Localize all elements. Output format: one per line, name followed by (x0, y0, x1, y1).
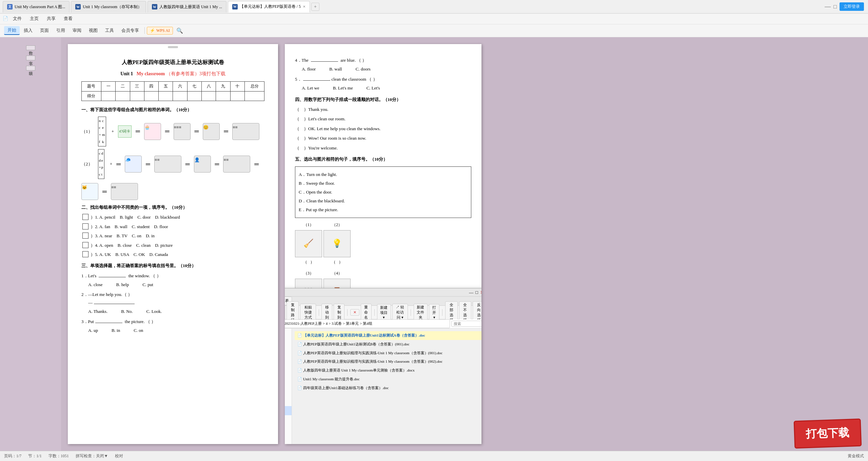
minimize-icon[interactable]: — (825, 3, 831, 10)
fm-file-2[interactable]: 📄 人教PEP版英语四年级上册Unit1达标测试B卷（含答案）(001).doc (295, 340, 481, 349)
score-header-6: 六 (173, 81, 187, 91)
subtitle-unit: Unit 1 (120, 71, 133, 76)
maximize-icon[interactable]: □ (833, 4, 837, 10)
tab-2[interactable]: W Unit 1 My classroom（存写本制） (71, 1, 146, 13)
fm-file-6[interactable]: 📄 Unit1 My classroom 能力提升卷.doc (295, 375, 481, 384)
fm-btn-shortcut[interactable]: 粘贴快捷方式 (300, 304, 316, 321)
fm-btn-rename[interactable]: 重命名 (361, 304, 372, 321)
s3-q3-text: 3．Put the picture. （ ） (81, 318, 264, 325)
tab-1-icon: 文 (7, 4, 13, 9)
fm-tree-pic[interactable]: 📁 图片 (285, 368, 292, 378)
fm-tree-music[interactable]: 📁 音乐 (285, 397, 292, 406)
fm-file-7[interactable]: 📄 四年级英语上册Unit1基础达标练习卷（含答案）.doc (295, 384, 481, 393)
wps-ai-button[interactable]: ⚡ WPS AI (147, 27, 173, 35)
login-button[interactable]: 立即登录 (840, 2, 864, 11)
sidebar-label-fenshu[interactable]: 分数 (26, 45, 35, 50)
fm-tree-recent[interactable]: 📁 最新2期末试卷 (285, 331, 292, 341)
fm-search-input[interactable] (451, 321, 481, 327)
fm-btn-new[interactable]: 新建文件夹 (414, 304, 428, 321)
s3-q1-blank[interactable] (99, 277, 126, 277)
fm-tree-down[interactable]: 📁 下载 (285, 387, 292, 397)
fm-tree-3d[interactable]: 📁 3D 对象 (285, 350, 292, 359)
fm-close[interactable]: ✕ (480, 288, 481, 296)
score-row-label: 得分 (82, 91, 101, 101)
s2-q5-paren[interactable] (82, 251, 88, 257)
score-cell-total[interactable] (245, 91, 264, 101)
ribbon-tools[interactable]: 工具 (102, 26, 117, 35)
fm-nav-path[interactable]: 此电脑 (E:) > 0.0001-20231021-人教PEP上册 > 4 >… (285, 319, 450, 328)
fm-btn-easyaccess[interactable]: ↗ 轻松访问 ▾ (392, 304, 408, 321)
menu-home[interactable]: 主页 (26, 15, 42, 23)
fm-file-4[interactable]: 📄 人教PEP英语四年级上册知识梳理与实践演练-Unit 1 My classr… (295, 357, 481, 366)
ribbon-start[interactable]: 开始 (4, 26, 20, 35)
score-cell-5[interactable] (159, 91, 173, 101)
s3-q5-blank[interactable] (303, 80, 330, 81)
tab-1[interactable]: 文 Unit My classroom Part A 图... (3, 1, 70, 13)
search-icon[interactable]: 🔍 (174, 27, 186, 34)
fm-tree-d[interactable]: 💾 工作盘 (D:) (285, 425, 292, 434)
fm-btn-newitem[interactable]: 新建项目 ▾ (377, 304, 391, 321)
fm-maximize[interactable]: □ (475, 288, 478, 296)
s3-q3-blank[interactable] (95, 323, 122, 323)
s2-q4-line: ）4. A. open B. close C. clean D. picture (81, 241, 264, 249)
s2-q1-paren[interactable] (82, 214, 88, 220)
fm-btn-copyto[interactable]: 复制到 (334, 304, 344, 321)
fm-tree-c[interactable]: 💾 本地磁盘 (C:) (285, 415, 292, 425)
s2-q4-paren[interactable] (82, 242, 88, 248)
download-banner[interactable]: 打包下载 (794, 419, 862, 449)
score-cell-9[interactable] (216, 91, 230, 101)
section1-title: 一、将下面这些字母组合成与图片相符的单词。（10分） (81, 106, 264, 114)
s2-q2-paren[interactable] (82, 223, 88, 229)
fm-window-controls: — □ ✕ (469, 288, 481, 296)
add-tab-button[interactable]: + (311, 3, 319, 11)
fm-file-3[interactable]: 📄 人教PEP英语四年级上册知识梳理与实践演练-Unit 1 My classr… (295, 349, 481, 358)
fm-tree-pc[interactable]: 🖥 此电脑 (285, 341, 292, 350)
ribbon-view[interactable]: 视图 (85, 26, 101, 35)
ribbon-review[interactable]: 审阅 (69, 26, 85, 35)
s3-q1-c: C. put (142, 281, 153, 288)
s3-q5-a: A. Let we (302, 84, 319, 92)
fm-file-1[interactable]: 📄 【单元达标】人教PEP版英语四年级上册Unit1达标测试A卷（含答案）.do… (295, 331, 481, 340)
s2-q2-opts: A. fan B. wall C. student D. floor (99, 224, 168, 229)
score-cell-10[interactable] (230, 91, 244, 101)
menu-file[interactable]: 文件 (9, 15, 25, 23)
ribbon-insert[interactable]: 插入 (20, 26, 36, 35)
q1-icon-btn[interactable]: 🏷词卡 (118, 125, 132, 138)
fm-tree-video[interactable]: 📁 视频 (285, 359, 292, 369)
score-cell-8[interactable] (202, 91, 216, 101)
score-cell-2[interactable] (116, 91, 130, 101)
fm-tree-desktop[interactable]: 📁 桌面 (285, 406, 292, 416)
tab-4-close[interactable]: ✕ (303, 5, 305, 8)
fm-btn-cut[interactable]: ✂ 剪切 (285, 304, 285, 321)
ribbon-vip[interactable]: 会员专享 (118, 26, 142, 35)
score-cell-3[interactable] (130, 91, 144, 101)
tab-4[interactable]: W 【单元达标】人教PEP版英语卷 / 5 ✕ (228, 1, 310, 13)
score-cell-6[interactable] (173, 91, 187, 101)
fm-btn-delete[interactable]: ✕ (350, 309, 359, 316)
sidebar-label-banji[interactable]: 班级 (26, 66, 35, 71)
score-cell-4[interactable] (144, 91, 158, 101)
s2-q3-paren[interactable] (82, 233, 88, 239)
fm-tree-doc[interactable]: 📁 文档 (285, 378, 292, 387)
s3-q2-blank[interactable] (94, 304, 135, 304)
score-cell-1[interactable] (101, 91, 115, 101)
score-table: 题号 一 二 三 四 五 六 七 八 九 十 总分 得分 (81, 81, 264, 101)
s5-img1-num: （1） (303, 221, 314, 229)
fm-tree-e[interactable]: 💾 本地磁盘 (E:) (285, 434, 292, 444)
menu-view[interactable]: 查看 (60, 15, 76, 23)
q1-img-wide: ≡≡ (232, 123, 259, 140)
fm-nav: ← → ↑ 此电脑 (E:) > 0.0001-20231021-人教PEP上册… (285, 319, 481, 328)
ribbon-page[interactable]: 页面 (37, 26, 52, 35)
s3-q4-blank[interactable] (311, 61, 338, 62)
sidebar-label-mingzi[interactable]: 名字 (26, 56, 35, 60)
tab-3[interactable]: W 人教版四年级上册英语 Unit 1 My ... (147, 1, 226, 13)
menu-share[interactable]: 共享 (43, 15, 59, 23)
fm-minimize[interactable]: — (469, 288, 473, 296)
fm-file-5[interactable]: 📄 人教版四年级上册英语 Unit 1 My classroom单元测验（含答案… (295, 366, 481, 375)
fm-file-1-icon: 📄 (297, 333, 302, 337)
ribbon-ref[interactable]: 引用 (53, 26, 68, 35)
s4-item5: （ ）You're welcome. (295, 144, 471, 152)
score-cell-7[interactable] (187, 91, 201, 101)
fm-btn-open[interactable]: 打开 ▾ (429, 304, 439, 321)
fm-btn-move[interactable]: 移动到 (321, 304, 332, 321)
